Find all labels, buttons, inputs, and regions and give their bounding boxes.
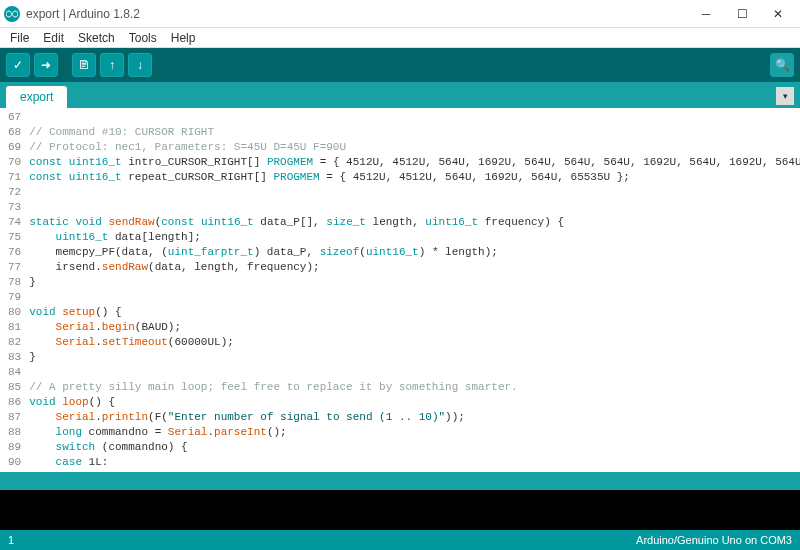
code-content[interactable]: // Command #10: CURSOR RIGHT// Protocol:… (25, 108, 800, 472)
status-board: Arduino/Genuino Uno on COM3 (636, 534, 792, 546)
new-button[interactable]: 🖹 (72, 53, 96, 77)
arrow-up-icon: ↑ (109, 58, 115, 72)
arduino-logo-icon (4, 6, 20, 22)
message-bar (0, 472, 800, 490)
tab-export[interactable]: export (6, 86, 67, 108)
chevron-down-icon: ▾ (783, 91, 788, 101)
magnifier-icon: 🔍 (775, 58, 790, 72)
menu-help[interactable]: Help (165, 29, 202, 47)
verify-button[interactable]: ✓ (6, 53, 30, 77)
serial-monitor-button[interactable]: 🔍 (770, 53, 794, 77)
maximize-button[interactable]: ☐ (724, 2, 760, 26)
console[interactable] (0, 490, 800, 530)
check-icon: ✓ (13, 58, 23, 72)
status-line-number: 1 (8, 534, 38, 546)
arrow-down-icon: ↓ (137, 58, 143, 72)
title-bar: export | Arduino 1.8.2 ─ ☐ ✕ (0, 0, 800, 28)
editor: 6768697071727374757677787980818283848586… (0, 108, 800, 472)
line-gutter: 6768697071727374757677787980818283848586… (0, 108, 25, 472)
arrow-right-icon: ➜ (41, 58, 51, 72)
window-title: export | Arduino 1.8.2 (26, 7, 688, 21)
save-button[interactable]: ↓ (128, 53, 152, 77)
open-button[interactable]: ↑ (100, 53, 124, 77)
status-bar: 1 Arduino/Genuino Uno on COM3 (0, 530, 800, 550)
upload-button[interactable]: ➜ (34, 53, 58, 77)
tab-menu-button[interactable]: ▾ (776, 87, 794, 105)
menu-edit[interactable]: Edit (37, 29, 70, 47)
toolbar: ✓ ➜ 🖹 ↑ ↓ 🔍 (0, 48, 800, 82)
code-area[interactable]: 6768697071727374757677787980818283848586… (0, 108, 800, 472)
minimize-button[interactable]: ─ (688, 2, 724, 26)
menu-sketch[interactable]: Sketch (72, 29, 121, 47)
menu-tools[interactable]: Tools (123, 29, 163, 47)
tab-strip: export ▾ (0, 82, 800, 108)
file-icon: 🖹 (78, 58, 90, 72)
close-button[interactable]: ✕ (760, 2, 796, 26)
menu-file[interactable]: File (4, 29, 35, 47)
menu-bar: File Edit Sketch Tools Help (0, 28, 800, 48)
